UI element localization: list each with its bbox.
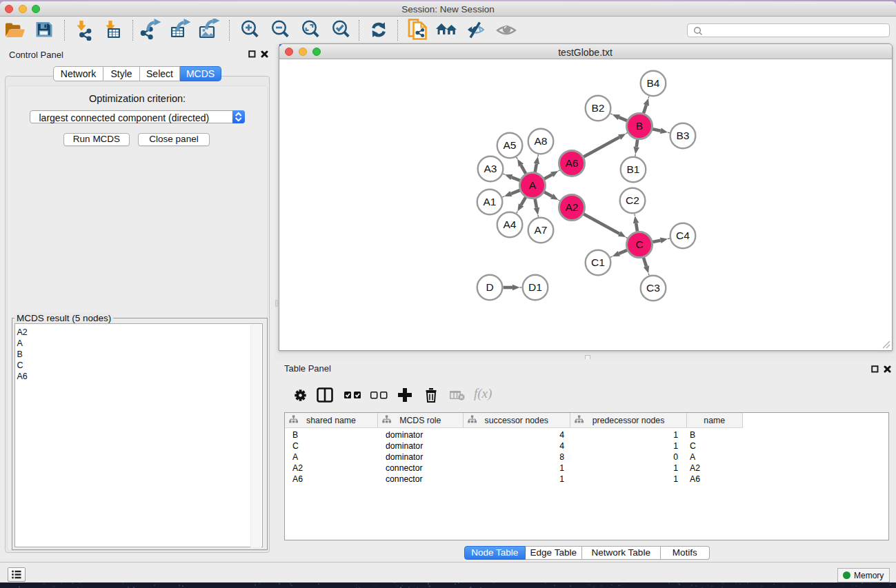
svg-text:B3: B3 <box>677 130 690 141</box>
svg-text:B: B <box>636 120 643 132</box>
svg-text:B2: B2 <box>592 102 605 114</box>
svg-text:A4: A4 <box>504 219 517 230</box>
svg-text:A6: A6 <box>566 157 579 169</box>
svg-text:A: A <box>529 179 537 191</box>
svg-text:A8: A8 <box>535 135 548 147</box>
svg-text:A2: A2 <box>566 201 579 213</box>
svg-text:A3: A3 <box>484 163 497 174</box>
svg-text:C3: C3 <box>646 282 660 294</box>
svg-text:A5: A5 <box>504 139 517 151</box>
svg-text:A7: A7 <box>535 224 548 236</box>
svg-text:C: C <box>635 239 643 250</box>
svg-text:D1: D1 <box>528 281 542 293</box>
svg-text:A1: A1 <box>484 196 497 207</box>
svg-text:C4: C4 <box>676 230 690 241</box>
svg-text:D: D <box>486 281 493 293</box>
svg-text:B4: B4 <box>647 77 660 89</box>
svg-text:C1: C1 <box>591 256 605 268</box>
svg-text:B1: B1 <box>627 163 640 175</box>
svg-text:C2: C2 <box>626 194 639 206</box>
